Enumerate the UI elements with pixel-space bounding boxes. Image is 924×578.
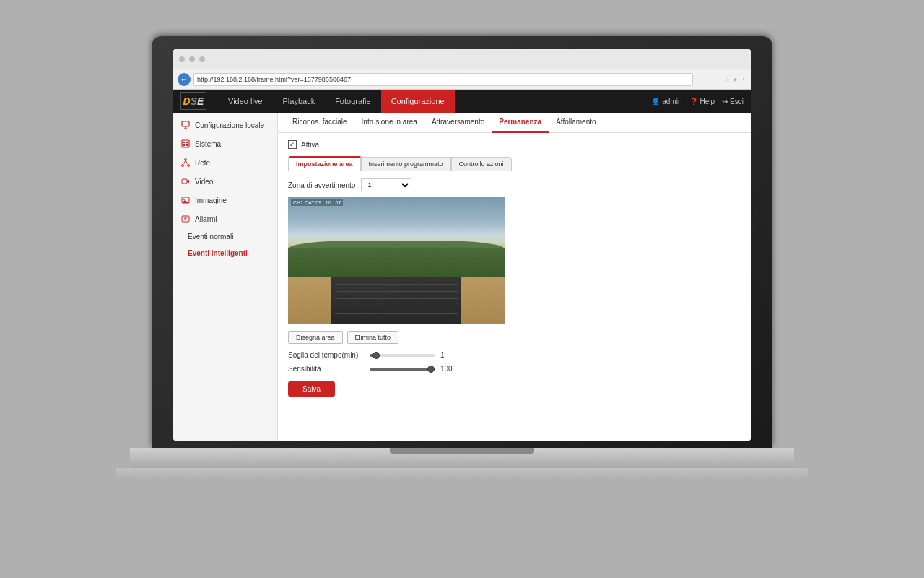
star-icon[interactable]: ☆ <box>725 77 730 83</box>
maximize-btn[interactable] <box>189 56 195 62</box>
sensibilita-value: 100 <box>440 365 458 373</box>
menu-icon[interactable]: ⋮ <box>741 77 746 83</box>
sidebar-item-sistema[interactable]: Sistema <box>173 134 277 153</box>
svg-rect-7 <box>186 144 188 146</box>
svg-rect-13 <box>182 179 187 184</box>
help-icon: ❓ <box>689 98 698 105</box>
tab-impostazione-area[interactable]: Impostazione area <box>288 156 361 171</box>
star-icon-2[interactable]: ★ <box>733 77 738 83</box>
svg-marker-17 <box>182 200 189 203</box>
svg-point-16 <box>183 199 185 200</box>
svg-line-11 <box>183 161 186 165</box>
nav-video-live[interactable]: Video live <box>218 90 273 113</box>
disegna-area-button[interactable]: Disegna area <box>288 331 343 344</box>
sensibilita-thumb[interactable] <box>427 366 435 373</box>
sidebar-item-immagine[interactable]: Immagine <box>173 191 277 210</box>
tab-inserimento-programmato[interactable]: Inserimento programmato <box>361 157 451 171</box>
svg-point-10 <box>188 165 190 167</box>
top-nav: D S E Video live Playback Foto <box>173 90 751 113</box>
sub-nav-riconos-facciale[interactable]: Riconos. facciale <box>285 113 354 133</box>
soglia-thumb[interactable] <box>372 352 380 359</box>
svg-point-8 <box>185 159 187 161</box>
svg-line-12 <box>186 161 188 165</box>
sub-nav-affollamento[interactable]: Affollamento <box>549 113 603 133</box>
logo-box: D S E <box>180 92 206 110</box>
minimize-btn[interactable] <box>179 56 185 62</box>
save-button[interactable]: Salva <box>288 381 335 397</box>
sidebar-item-allarmi[interactable]: Allarmi <box>173 210 277 228</box>
user-icon: 👤 <box>651 98 660 105</box>
sidebar-item-config-locale[interactable]: Configurazione locale <box>173 116 277 134</box>
svg-rect-0 <box>182 121 189 126</box>
nav-right: 👤 admin ❓ Help ↪ Esci <box>651 98 744 105</box>
sidebar-item-eventi-normali[interactable]: Eventi normali <box>173 228 277 245</box>
nav-playback[interactable]: Playback <box>273 90 326 113</box>
zona-label: Zona di avvertimento <box>288 181 355 189</box>
camera-timestamp: CH1 DAT 09 : 10 : 07 <box>291 199 343 206</box>
attiva-label: Attiva <box>301 141 319 149</box>
nav-fotografie[interactable]: Fotografie <box>325 90 381 113</box>
monitor-icon <box>180 120 191 130</box>
laptop-bottom <box>116 468 808 480</box>
attiva-row: ✓ Attiva <box>288 140 741 149</box>
sensibilita-slider[interactable] <box>370 368 435 371</box>
system-icon <box>180 139 191 149</box>
logo-d: D <box>183 95 191 107</box>
logo-e: E <box>197 95 204 107</box>
svg-rect-4 <box>183 142 185 143</box>
help-btn[interactable]: ❓ Help <box>689 98 715 105</box>
logo: D S E <box>180 92 206 110</box>
svg-rect-5 <box>186 142 188 143</box>
content-area: Riconos. facciale Intrusione in area Att… <box>278 113 751 441</box>
sub-nav-intrusione-area[interactable]: Intrusione in area <box>354 113 424 133</box>
admin-user[interactable]: 👤 admin <box>651 98 681 105</box>
main-content: Configurazione locale <box>173 113 751 441</box>
app-container: D S E Video live Playback Foto <box>173 90 751 441</box>
browser-nav: ← http://192.168.2.168/frame.html?ver=15… <box>173 69 751 90</box>
back-button[interactable]: ← <box>178 73 191 86</box>
soglia-value: 1 <box>440 351 458 359</box>
camera-view: CH1 DAT 09 : 10 : 07 <box>288 197 505 324</box>
address-bar[interactable]: http://192.168.2.168/frame.html?ver=1577… <box>193 73 693 86</box>
laptop-hinge <box>390 448 534 454</box>
browser-chrome: ← http://192.168.2.168/frame.html?ver=15… <box>173 49 751 90</box>
image-icon <box>180 195 191 205</box>
sensibilita-label: Sensibilità <box>288 365 364 373</box>
video-icon <box>180 176 191 186</box>
tab-buttons: Impostazione area Inserimento programmat… <box>288 156 741 171</box>
svg-rect-18 <box>182 216 189 222</box>
sub-nav: Riconos. facciale Intrusione in area Att… <box>278 113 751 133</box>
soglia-label: Soglia del tempo(min) <box>288 351 364 359</box>
elimina-tutto-button[interactable]: Elimina tutto <box>347 331 399 344</box>
sidebar-item-eventi-intelligenti[interactable]: Eventi intelligenti <box>173 245 277 262</box>
soglia-slider-row: Soglia del tempo(min) 1 <box>288 351 741 359</box>
page-content: ✓ Attiva Impostazione area Inserimento p… <box>278 133 751 404</box>
nav-menu: Video live Playback Fotografie Configura… <box>218 90 651 113</box>
sidebar-item-rete[interactable]: Rete <box>173 153 277 172</box>
network-icon <box>180 158 191 168</box>
zona-select[interactable]: 1 2 3 4 <box>361 178 411 191</box>
sub-nav-permanenza[interactable]: Permanenza <box>492 113 549 133</box>
sidebar: Configurazione locale <box>173 113 278 441</box>
browser-topbar <box>173 49 751 69</box>
sub-nav-attraversamento[interactable]: Attraversamento <box>424 113 492 133</box>
sidebar-item-video[interactable]: Video <box>173 172 277 191</box>
laptop-base <box>130 448 794 468</box>
svg-point-9 <box>182 165 184 167</box>
sensibilita-fill <box>370 368 435 371</box>
exit-icon: ↪ <box>722 98 728 105</box>
close-btn[interactable] <box>199 56 205 62</box>
tab-controllo-azioni[interactable]: Controllo azioni <box>451 157 512 171</box>
exit-btn[interactable]: ↪ Esci <box>722 98 744 105</box>
soglia-slider[interactable] <box>370 354 435 357</box>
logo-s: S <box>191 95 197 107</box>
svg-rect-3 <box>182 140 189 147</box>
attiva-checkbox[interactable]: ✓ <box>288 140 297 149</box>
zona-form-row: Zona di avvertimento 1 2 3 4 <box>288 178 741 191</box>
sensibilita-slider-row: Sensibilità 100 <box>288 365 741 373</box>
alarm-icon <box>180 214 191 224</box>
url-text: http://192.168.2.168/frame.html?ver=1577… <box>197 76 351 83</box>
nav-configurazione[interactable]: Configurazione <box>381 90 455 113</box>
svg-rect-6 <box>183 144 185 146</box>
action-buttons: Disegna area Elimina tutto <box>288 331 741 344</box>
